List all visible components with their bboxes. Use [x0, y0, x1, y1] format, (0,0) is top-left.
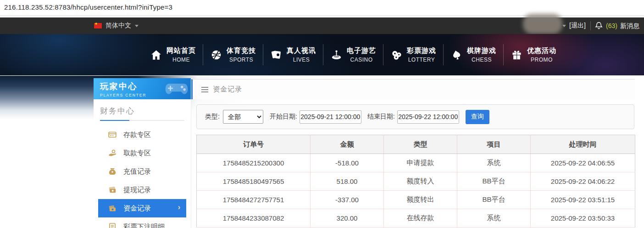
cell-process-time: 2025-09-22 03:51:15 [531, 191, 635, 209]
cash-cards-icon [108, 185, 117, 194]
cell-project: 系统 [457, 209, 531, 228]
end-date-label: 结束日期: [367, 113, 395, 121]
col-amount: 金额 [311, 135, 384, 154]
nav-sports-zh: 体育竞技 [227, 46, 256, 55]
start-date-input[interactable] [300, 110, 361, 124]
china-flag-icon: ★ [94, 23, 102, 28]
user-chevron-down-icon[interactable] [562, 25, 566, 27]
deposit-card-icon [108, 130, 117, 139]
sidebar-item-funds-records[interactable]: 资金记录 › [98, 199, 186, 217]
end-date-input[interactable] [397, 110, 459, 124]
finance-section: 财务中心 [94, 99, 191, 121]
browser-chrome: 216.118.235.52:8783/hhcp/usercenter.html… [0, 0, 644, 16]
cell-process-time: 2025-09-22 03:50:33 [531, 209, 635, 228]
player-center-sidebar: 玩家中心 PLAYERS CENTER 财务中心 存款专区 取款专区 [94, 78, 191, 228]
gift-icon [511, 49, 523, 61]
col-order-no: 订单号 [197, 135, 311, 154]
sidebar-item-withdrawal-records[interactable]: 提现记录 [98, 181, 186, 199]
breadcrumb-bar: 资金记录 [191, 79, 635, 99]
type-select[interactable]: 全部 [223, 110, 263, 124]
search-button[interactable]: 查询 [466, 110, 489, 124]
chevron-right-icon: › [178, 203, 180, 211]
page-title: 资金记录 [213, 85, 242, 94]
sidebar-item-label: 存款专区 [123, 131, 151, 139]
sidebar-item-label: 彩票下注明细 [123, 222, 165, 228]
spade-icon [450, 49, 463, 61]
start-date-label: 开始日期: [270, 113, 297, 121]
sidebar-item-label: 提现记录 [123, 186, 151, 194]
nav-casino[interactable]: 电子游艺 CASINO [323, 46, 383, 63]
cell-amount: -518.00 [311, 154, 384, 172]
page: 216.118.235.52:8783/hhcp/usercenter.html… [0, 0, 644, 228]
nav-sports[interactable]: 体育竞技 SPORTS [203, 46, 263, 63]
cell-order-no: 1758484233087082 [197, 209, 311, 228]
cell-amount: 518.00 [311, 172, 384, 191]
sidebar-item-deposit-zone[interactable]: 存款专区 [98, 125, 186, 144]
finance-section-title: 财务中心 [100, 106, 184, 116]
nav-lives[interactable]: 真人视讯 LIVES [263, 46, 323, 63]
sidebar-item-recharge-records[interactable]: 充值记录 [98, 162, 186, 181]
document-icon [108, 222, 117, 228]
table-row: 1758485215200300 -518.00 申请提款 系统 2025-09… [197, 154, 635, 172]
chevron-down-icon [135, 25, 139, 27]
message-count[interactable]: (63) [606, 22, 617, 29]
sidebar-item-label: 取款专区 [123, 149, 151, 158]
nav-chess-en: CHESS [467, 57, 496, 63]
cell-type: 在线存款 [384, 209, 457, 228]
main-content: 类型: 全部 开始日期: 结束日期: 查询 订单号 金额 类型 项目 处理时间 [196, 104, 635, 228]
type-label: 类型: [205, 113, 220, 121]
cell-type: 额度转出 [384, 191, 457, 209]
sidebar-item-withdraw-zone[interactable]: 取款专区 [98, 144, 186, 162]
nav-casino-zh: 电子游艺 [347, 46, 376, 55]
filter-panel: 类型: 全部 开始日期: 结束日期: 查询 [196, 104, 634, 129]
nav-sports-en: SPORTS [227, 57, 256, 63]
nav-casino-en: CASINO [347, 57, 376, 63]
nav-home-zh: 网站首页 [167, 46, 196, 55]
money-bag-icon [108, 167, 117, 176]
table-row: 1758484233087082 320.00 在线存款 系统 2025-09-… [197, 209, 635, 228]
cell-process-time: 2025-09-22 04:06:55 [531, 154, 635, 172]
col-process-time: 处理时间 [531, 135, 635, 154]
account-topbar: ★ 简体中文 [退出] (63) 新消息 [0, 17, 644, 34]
roulette-icon [330, 49, 343, 61]
cell-project: BB平台 [457, 172, 531, 191]
nav-promo-zh: 优惠活动 [527, 46, 556, 55]
username-blurred[interactable] [523, 14, 562, 34]
nav-lottery-en: LOTTERY [407, 57, 436, 63]
cell-amount: -337.00 [311, 191, 384, 209]
table-row: 1758484272757751 -337.00 额度转出 BB平台 2025-… [197, 191, 635, 209]
sidebar-header: 玩家中心 PLAYERS CENTER [94, 78, 191, 99]
funds-record-icon [108, 204, 117, 213]
sidebar-item-label: 资金记录 [123, 204, 151, 213]
cell-order-no: 1758484272757751 [197, 191, 311, 209]
cell-order-no: 1758485180497565 [197, 172, 311, 191]
cell-project: BB平台 [457, 191, 531, 209]
nav-lives-en: LIVES [287, 57, 316, 63]
menu-toggle-icon[interactable] [201, 87, 208, 92]
nav-chess[interactable]: 棋牌游戏 CHESS [444, 46, 503, 63]
new-messages-link[interactable]: 新消息 [620, 22, 639, 30]
browser-address-bar[interactable]: 216.118.235.52:8783/hhcp/usercenter.html… [0, 0, 644, 11]
language-selector[interactable]: ★ 简体中文 [94, 17, 139, 34]
sports-ball-icon [210, 49, 222, 61]
cell-type: 申请提款 [384, 154, 457, 172]
language-label: 简体中文 [105, 22, 131, 30]
table-header-row: 订单号 金额 类型 项目 处理时间 [197, 135, 635, 154]
logout-link[interactable]: [退出] [569, 22, 586, 30]
nav-home[interactable]: 网站首页 HOME [143, 46, 203, 63]
hand-coin-icon [108, 148, 117, 158]
col-type: 类型 [384, 135, 457, 154]
sidebar-item-lottery-bet-details[interactable]: 彩票下注明细 [98, 217, 186, 228]
table-row: 1758485180497565 518.00 额度转入 BB平台 2025-0… [197, 172, 635, 191]
funds-records-table: 订单号 金额 类型 项目 处理时间 1758485215200300 -518.… [196, 135, 635, 228]
lottery-balls-icon [390, 49, 403, 61]
nav-lottery-zh: 彩票游戏 [407, 46, 436, 55]
sidebar-item-label: 充值记录 [123, 167, 151, 176]
topbar-divider [590, 21, 591, 30]
cell-type: 额度转入 [384, 172, 457, 191]
col-project: 项目 [457, 135, 531, 154]
bell-icon[interactable] [594, 21, 603, 30]
cell-amount: 320.00 [311, 209, 384, 228]
nav-promo[interactable]: 优惠活动 PROMO [504, 46, 563, 63]
nav-lottery[interactable]: 彩票游戏 LOTTERY [383, 46, 443, 63]
